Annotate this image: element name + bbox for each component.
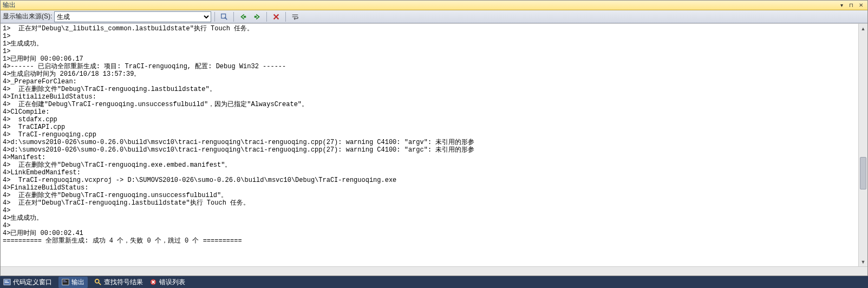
svg-rect-2	[244, 16, 246, 18]
bottom-tab-strip: 代码定义窗口 输出 查找符号结果 错误列表	[0, 276, 868, 288]
tab-find-symbol[interactable]: 查找符号结果	[94, 278, 143, 287]
arrow-right-icon	[253, 13, 261, 21]
output-body: 1> 正在对"Debug\z_libutils_common.lastbuild…	[1, 23, 867, 266]
tab-label: 错误列表	[159, 278, 185, 287]
find-symbol-icon	[94, 278, 102, 286]
output-panel: 输出 ▾ ⊓ ✕ 显示输出来源(S): 生成 1> 正在对"Debug\z_li…	[0, 0, 868, 276]
error-list-icon	[149, 278, 157, 286]
output-icon	[62, 278, 69, 286]
output-toolbar: 显示输出来源(S): 生成	[1, 10, 867, 23]
vertical-scrollbar[interactable]: ▲ ▼	[858, 24, 867, 266]
svg-rect-10	[63, 280, 66, 281]
scroll-down-icon[interactable]: ▼	[859, 257, 867, 266]
window-dropdown-icon[interactable]: ▾	[837, 2, 846, 9]
toggle-wrap-button[interactable]	[289, 11, 301, 22]
svg-rect-7	[5, 280, 8, 281]
close-icon[interactable]: ✕	[857, 2, 865, 9]
tab-code-definition[interactable]: 代码定义窗口	[3, 278, 52, 287]
clear-icon	[272, 13, 280, 21]
word-wrap-icon	[291, 13, 299, 21]
toolbar-separator	[214, 12, 215, 22]
tab-label: 输出	[71, 278, 84, 287]
code-def-icon	[3, 278, 11, 286]
output-source-label: 显示输出来源(S):	[3, 12, 52, 21]
pin-icon[interactable]: ⊓	[847, 2, 856, 9]
prev-message-button[interactable]	[237, 11, 249, 22]
svg-point-12	[95, 279, 99, 283]
next-message-button[interactable]	[251, 11, 263, 22]
toolbar-separator	[285, 12, 286, 22]
scroll-thumb[interactable]	[860, 157, 866, 189]
panel-titlebar: 输出 ▾ ⊓ ✕	[1, 1, 867, 10]
find-icon	[220, 13, 228, 21]
svg-rect-11	[63, 282, 67, 282]
tab-label: 代码定义窗口	[13, 278, 52, 287]
scroll-up-icon[interactable]: ▲	[859, 24, 867, 33]
clear-all-button[interactable]	[270, 11, 282, 22]
find-message-button[interactable]	[218, 11, 230, 22]
svg-line-13	[99, 283, 101, 285]
arrow-left-icon	[239, 13, 247, 21]
svg-rect-3	[254, 16, 257, 18]
output-text[interactable]: 1> 正在对"Debug\z_libutils_common.lastbuild…	[1, 24, 858, 266]
toolbar-separator	[266, 12, 267, 22]
toolbar-separator	[233, 12, 234, 22]
output-source-select[interactable]: 生成	[54, 11, 211, 22]
svg-rect-8	[5, 282, 9, 283]
tab-error-list[interactable]: 错误列表	[149, 278, 185, 287]
horizontal-scrollbar[interactable]	[1, 266, 867, 276]
tab-output[interactable]: 输出	[58, 277, 88, 288]
panel-title: 输出	[3, 1, 836, 10]
tab-label: 查找符号结果	[104, 278, 143, 287]
